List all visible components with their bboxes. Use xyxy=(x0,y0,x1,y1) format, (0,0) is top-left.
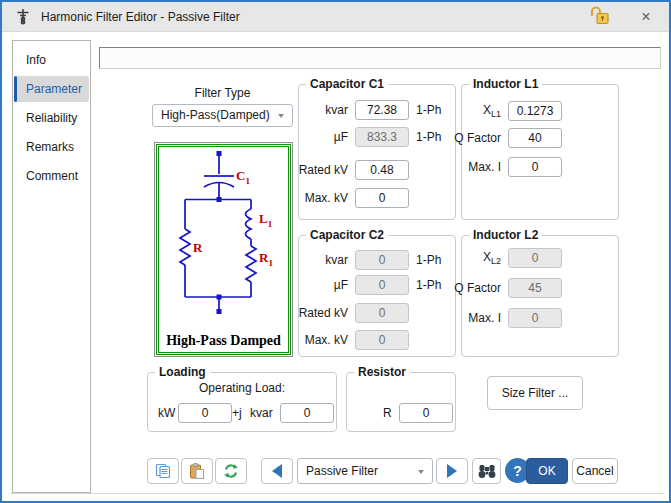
l2-q-factor-input xyxy=(508,278,562,298)
header-info-field xyxy=(99,47,661,69)
titlebar[interactable]: Harmonic Filter Editor - Passive Filter … xyxy=(2,2,669,32)
r-input[interactable] xyxy=(399,403,453,423)
resistor-group: Resistor R xyxy=(346,372,456,432)
filter-type-label: Filter Type xyxy=(152,86,293,100)
find-button[interactable] xyxy=(472,458,501,484)
c1-uf-unit: 1-Ph xyxy=(416,130,441,144)
l1-x-input[interactable] xyxy=(508,101,562,121)
c2-kvar-label: kvar xyxy=(325,253,348,267)
c2-max-kv-label: Max. kV xyxy=(305,333,348,347)
tab-parameter-label: Parameter xyxy=(26,82,82,96)
unlock-icon[interactable] xyxy=(585,6,611,30)
l2-x-input xyxy=(508,248,562,268)
ok-label: OK xyxy=(538,464,555,478)
refresh-button[interactable] xyxy=(215,458,247,484)
kvar-input[interactable] xyxy=(280,403,334,423)
diagram-label-r: R xyxy=(193,240,202,256)
prev-icon xyxy=(272,464,282,478)
c2-kvar-input xyxy=(355,250,409,270)
next-button[interactable] xyxy=(436,458,468,484)
inductor-l2-group: Inductor L2 XL2 Q Factor Max. I xyxy=(461,235,619,357)
c1-uf-label: µF xyxy=(334,130,348,144)
window-title: Harmonic Filter Editor - Passive Filter xyxy=(41,10,240,24)
tab-info[interactable]: Info xyxy=(14,47,89,73)
filter-type-dropdown[interactable]: High-Pass(Damped) xyxy=(152,104,293,127)
copy-icon xyxy=(155,463,171,479)
paste-icon xyxy=(189,463,205,479)
app-icon xyxy=(15,8,31,26)
c2-uf-label: µF xyxy=(334,278,348,292)
size-filter-button[interactable]: Size Filter ... xyxy=(487,376,583,410)
c1-kvar-unit: 1-Ph xyxy=(416,103,441,117)
tab-reliability[interactable]: Reliability xyxy=(14,105,89,131)
l1-max-i-label: Max. I xyxy=(468,160,501,174)
tab-remarks-label: Remarks xyxy=(26,140,74,154)
kvar-label: kvar xyxy=(250,406,273,420)
l2-max-i-label: Max. I xyxy=(468,311,501,325)
c1-rated-kv-input[interactable] xyxy=(355,160,409,180)
cancel-label: Cancel xyxy=(576,464,613,478)
diagram-caption: High-Pass Damped xyxy=(159,333,288,349)
l1-q-factor-input[interactable] xyxy=(508,128,562,148)
navigator-dropdown[interactable]: Passive Filter xyxy=(297,458,433,484)
tab-parameter[interactable]: Parameter xyxy=(14,76,89,102)
diagram-label-r1: R1 xyxy=(259,250,273,268)
inductor-l1-group: Inductor L1 XL1 Q Factor Max. I xyxy=(461,84,619,220)
diagram-label-c1: C1 xyxy=(236,168,250,186)
diagram-label-l1: L1 xyxy=(259,211,272,229)
l1-max-i-input[interactable] xyxy=(508,157,562,177)
c2-max-kv-input xyxy=(355,330,409,350)
navigator-value: Passive Filter xyxy=(306,464,378,478)
plus-j-label: +j xyxy=(232,406,242,420)
paste-button[interactable] xyxy=(181,458,213,484)
inductor-l1-title: Inductor L1 xyxy=(469,77,542,91)
next-icon xyxy=(447,464,457,478)
c2-uf-unit: 1-Ph xyxy=(416,278,441,292)
l1-q-factor-label: Q Factor xyxy=(454,131,501,145)
capacitor-c2-group: Capacitor C2 kvar 1-Ph µF 1-Ph Rated kV … xyxy=(298,235,456,357)
c1-kvar-label: kvar xyxy=(325,103,348,117)
prev-button[interactable] xyxy=(261,458,293,484)
kw-label: kW xyxy=(158,406,175,420)
capacitor-c2-title: Capacitor C2 xyxy=(306,228,388,242)
chevron-down-icon xyxy=(278,114,284,118)
cancel-button[interactable]: Cancel xyxy=(572,458,618,484)
c2-rated-kv-label: Rated kV xyxy=(299,306,348,320)
harmonic-filter-editor-dialog: Harmonic Filter Editor - Passive Filter … xyxy=(0,0,671,503)
circuit-drawing xyxy=(159,147,286,319)
c1-kvar-input[interactable] xyxy=(355,100,409,120)
tab-comment[interactable]: Comment xyxy=(14,163,89,189)
sidebar: Info Parameter Reliability Remarks Comme… xyxy=(12,40,91,493)
operating-load-label: Operating Load: xyxy=(148,381,336,395)
loading-title: Loading xyxy=(155,365,210,379)
c2-kvar-unit: 1-Ph xyxy=(416,253,441,267)
ok-button[interactable]: OK xyxy=(526,458,568,484)
copy-button[interactable] xyxy=(147,458,179,484)
selected-tab-accent xyxy=(14,76,17,102)
loading-group: Loading Operating Load: kW +j kvar xyxy=(147,372,337,432)
inductor-l2-title: Inductor L2 xyxy=(469,228,542,242)
tab-reliability-label: Reliability xyxy=(26,111,77,125)
kw-input[interactable] xyxy=(178,403,232,423)
c2-rated-kv-input xyxy=(355,303,409,323)
close-icon[interactable]: × xyxy=(631,2,661,31)
refresh-icon xyxy=(223,463,239,479)
filter-type-value: High-Pass(Damped) xyxy=(161,108,270,122)
tab-info-label: Info xyxy=(26,53,46,67)
chevron-down-icon xyxy=(418,470,424,474)
tab-comment-label: Comment xyxy=(26,169,78,183)
find-icon xyxy=(478,464,496,479)
capacitor-c1-title: Capacitor C1 xyxy=(306,77,388,91)
c1-max-kv-input[interactable] xyxy=(355,188,409,208)
r-label: R xyxy=(383,406,392,420)
resistor-title: Resistor xyxy=(354,365,410,379)
filter-diagram: C1 R L1 R1 High-Pass Damped xyxy=(154,142,293,357)
l2-x-label: XL2 xyxy=(483,250,501,266)
l2-max-i-input xyxy=(508,308,562,328)
capacitor-c1-group: Capacitor C1 kvar 1-Ph µF 1-Ph Rated kV … xyxy=(298,84,456,220)
c1-max-kv-label: Max. kV xyxy=(305,191,348,205)
size-filter-label: Size Filter ... xyxy=(502,386,569,400)
l1-x-label: XL1 xyxy=(483,103,501,119)
c2-uf-input xyxy=(355,275,409,295)
tab-remarks[interactable]: Remarks xyxy=(14,134,89,160)
